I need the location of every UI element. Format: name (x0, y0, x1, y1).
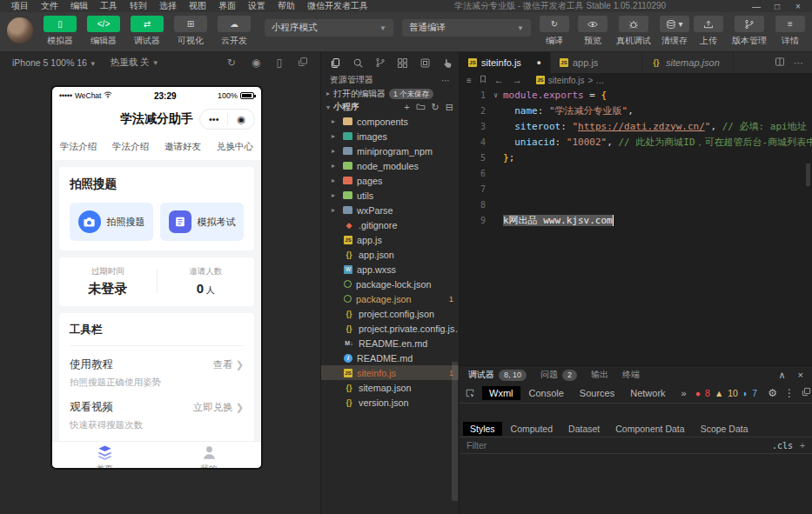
devtools-tab[interactable]: Sources (573, 386, 621, 400)
open-editors-row[interactable]: ▸ 打开的编辑器 1 个未保存 (321, 87, 459, 100)
info-dot-icon[interactable]: ◗ (742, 388, 748, 398)
branch-icon[interactable] (375, 57, 386, 68)
new-file-icon[interactable]: + (404, 102, 409, 112)
extensions-icon[interactable] (397, 57, 408, 69)
console-tab[interactable]: 输出 (591, 369, 608, 381)
device-select[interactable]: iPhone 5 100% 16▼ (12, 57, 97, 68)
file-row[interactable]: package-lock.json (321, 277, 459, 291)
file-row[interactable]: M↓README.en.md (321, 336, 459, 350)
menu-item[interactable]: 设置 (242, 0, 272, 12)
new-rule-icon[interactable]: + (800, 441, 805, 451)
menu-item[interactable]: 微信开发者工具 (301, 0, 374, 12)
search-icon[interactable] (352, 57, 364, 69)
maximize-icon[interactable]: □ (767, 2, 788, 11)
warning-triangle-icon[interactable]: ▲ (715, 388, 723, 398)
phone-tab[interactable]: 邀请好友 (157, 141, 209, 153)
menu-item[interactable]: 选择 (153, 0, 183, 12)
console-tab[interactable]: 终端 (622, 369, 640, 381)
new-folder-icon[interactable] (416, 102, 426, 113)
eye-button[interactable]: 预览 (578, 16, 607, 47)
file-row[interactable]: iREADME.md (321, 350, 459, 365)
menu-item[interactable]: 帮助 (272, 0, 301, 12)
console-tab[interactable]: 调试器8, 10 (468, 369, 527, 381)
mode-select[interactable]: 小程序模式 ▼ (265, 19, 393, 37)
compile-select[interactable]: 普通编译 ▼ (402, 19, 531, 37)
tabbar-item-person[interactable]: 我的 (157, 442, 261, 470)
file-row[interactable]: {}project.private.config.js… (321, 321, 459, 336)
panel-tab[interactable]: Scope Data (694, 422, 755, 436)
file-row[interactable]: ◆.gitignore (321, 217, 459, 232)
folder-row[interactable]: ▸pages (321, 173, 459, 188)
menu-item[interactable]: 编辑 (64, 0, 94, 12)
tabbar-item-home[interactable]: 首页 (52, 442, 157, 470)
editor-scrollbar[interactable] (806, 164, 810, 186)
gear-icon[interactable]: ⚙ (768, 387, 777, 399)
folder-row[interactable]: ▸images (321, 129, 459, 144)
panel-tab[interactable]: Dataset (561, 422, 607, 436)
hamburger-icon[interactable]: ≡ (466, 76, 472, 85)
file-row[interactable]: package.json1 (321, 291, 459, 306)
tool-action[interactable]: 立即兑换 (193, 401, 233, 414)
phone-outline-icon[interactable]: ▯ (276, 57, 282, 69)
code-editor[interactable]: 1∨module.exports = {2 name: "学法减分专业版",3 … (460, 87, 812, 365)
toggle-phone-button[interactable]: ▯模拟器 (42, 16, 78, 47)
branch-button[interactable]: 版本管理 (732, 16, 767, 47)
phone-tab[interactable]: 学法介绍 (52, 141, 104, 153)
panel-tab[interactable]: Computed (504, 422, 560, 436)
collapse-icon[interactable]: ∧ (779, 370, 786, 381)
editor-tab[interactable]: {}sitemap.json (642, 52, 734, 73)
phone-tab[interactable]: 兑换中心 (209, 141, 261, 153)
menu-item[interactable]: 工具 (94, 0, 124, 12)
file-row[interactable]: {}project.config.json (321, 306, 459, 321)
explorer-scrollbar[interactable] (452, 362, 458, 501)
folder-row[interactable]: ▸wxParse (321, 203, 459, 217)
refresh-icon[interactable]: ↻ (432, 102, 440, 113)
split-editor-icon[interactable] (775, 57, 785, 69)
bookmark-icon[interactable] (479, 75, 487, 85)
frame-icon[interactable] (419, 57, 431, 69)
cls-toggle[interactable]: .cls (772, 441, 793, 451)
breadcrumb-file[interactable]: siteinfo.js (548, 76, 585, 85)
forward-icon[interactable]: → (513, 75, 522, 85)
minimize-icon[interactable]: — (746, 2, 767, 11)
files-icon[interactable] (330, 57, 341, 69)
file-row[interactable]: JSsiteinfo.js1 (321, 365, 459, 380)
folder-row[interactable]: ▸components (321, 114, 459, 129)
menu-item[interactable]: 视图 (183, 0, 212, 12)
upload-button[interactable]: 上传 (694, 16, 723, 47)
project-root-row[interactable]: ▾ 小程序 +↻⊟ (321, 100, 459, 114)
menu-item[interactable]: 界面 (212, 0, 242, 12)
user-avatar[interactable] (7, 17, 33, 43)
dock-window-icon[interactable] (802, 387, 811, 399)
menu-item[interactable]: 文件 (35, 0, 64, 12)
folder-row[interactable]: ▸utils (321, 188, 459, 203)
editor-tab[interactable]: JSapp.js (551, 52, 642, 73)
kebab-menu-icon[interactable]: ⋮ (784, 387, 795, 399)
toggle-swap-button[interactable]: ⇄调试器 (129, 16, 165, 47)
toggle-grid-button[interactable]: ⊞可视化 (172, 16, 209, 47)
console-tab[interactable]: 问题2 (540, 369, 577, 381)
refresh-icon[interactable]: ↻ (227, 57, 236, 69)
windows-icon[interactable] (298, 57, 308, 70)
menu-item[interactable]: 项目 (5, 0, 35, 12)
wechat-capsule[interactable]: ••• ◉ (199, 109, 255, 130)
file-row[interactable]: {}sitemap.json (321, 380, 459, 395)
devtools-tab[interactable]: » (674, 386, 694, 400)
more-dots-icon[interactable]: ••• (209, 114, 219, 124)
tool-row[interactable]: 观看视频立即兑换❯ (70, 400, 244, 415)
back-icon[interactable]: ← (494, 75, 504, 85)
file-row[interactable]: {}app.json (321, 247, 459, 262)
tool-action[interactable]: 查看 (213, 358, 233, 371)
error-dot-icon[interactable]: ● (695, 388, 701, 398)
devtools-tab[interactable]: Wxml (482, 386, 520, 400)
fold-arrow-icon[interactable]: ∨ (493, 91, 498, 99)
toggle-cloud-button[interactable]: ☁云开发 (216, 16, 252, 47)
file-row[interactable]: JSapp.js (321, 232, 459, 247)
layers-button[interactable]: ▾清缓存 (660, 16, 689, 47)
record-icon[interactable]: ◉ (252, 57, 260, 69)
devtools-tab[interactable]: Console (522, 386, 571, 400)
close-icon[interactable]: × (798, 370, 803, 381)
inspect-element-icon[interactable] (465, 388, 475, 398)
styles-filter-input[interactable] (466, 440, 728, 451)
folder-row[interactable]: ▸miniprogram_npm (321, 144, 459, 158)
